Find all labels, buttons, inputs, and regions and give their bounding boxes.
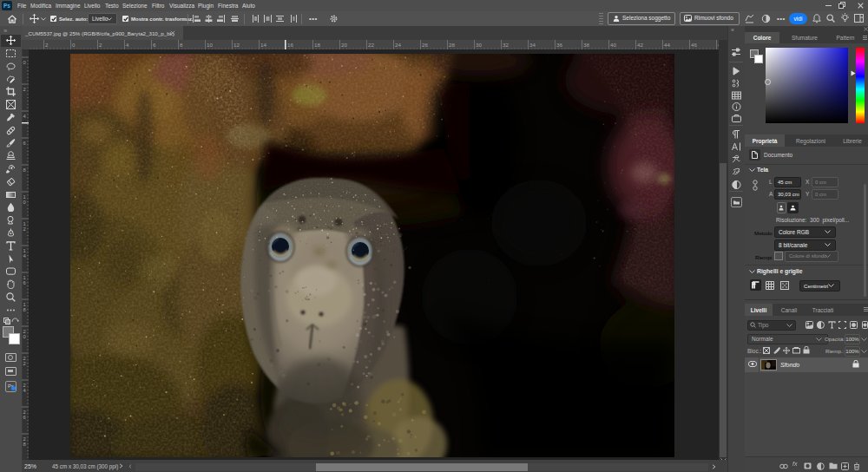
svg-text:2: 2 (23, 87, 26, 92)
svg-text:4: 4 (126, 42, 129, 48)
svg-text:4: 4 (23, 114, 27, 119)
svg-text:20: 20 (341, 42, 347, 48)
svg-text:8: 8 (23, 167, 26, 173)
svg-text:6: 6 (23, 415, 26, 420)
svg-text:4: 4 (23, 388, 27, 393)
svg-text:44: 44 (664, 42, 670, 48)
svg-text:4: 4 (23, 253, 27, 259)
svg-text:8: 8 (23, 307, 26, 312)
svg-text:0: 0 (23, 60, 26, 65)
svg-text:48: 48 (718, 42, 719, 48)
svg-text:36: 36 (556, 42, 562, 48)
svg-text:12: 12 (233, 42, 240, 48)
svg-text:28: 28 (449, 42, 455, 48)
svg-text:46: 46 (691, 42, 697, 48)
svg-text:10: 10 (207, 42, 213, 48)
svg-text:2: 2 (23, 226, 26, 232)
svg-text:6: 6 (153, 42, 156, 48)
svg-text:14: 14 (260, 42, 266, 48)
svg-text:22: 22 (368, 42, 374, 48)
svg-text:18: 18 (314, 42, 320, 48)
svg-text:26: 26 (422, 42, 428, 48)
svg-text:8: 8 (23, 442, 26, 447)
svg-text:0: 0 (23, 200, 26, 205)
svg-text:0: 0 (23, 334, 26, 339)
svg-text:30: 30 (476, 42, 482, 48)
svg-text:6: 6 (23, 141, 26, 146)
svg-text:16: 16 (287, 42, 293, 48)
svg-text:2: 2 (99, 42, 102, 48)
svg-text:40: 40 (610, 42, 616, 48)
svg-text:0: 0 (72, 42, 76, 48)
svg-text:42: 42 (637, 42, 643, 48)
svg-text:6: 6 (23, 280, 26, 285)
svg-text:38: 38 (583, 42, 589, 48)
svg-text:32: 32 (503, 42, 509, 48)
svg-text:24: 24 (395, 42, 401, 48)
svg-text:2: 2 (45, 42, 49, 48)
svg-text:8: 8 (180, 42, 183, 48)
svg-text:34: 34 (529, 42, 536, 48)
svg-text:2: 2 (23, 361, 26, 366)
